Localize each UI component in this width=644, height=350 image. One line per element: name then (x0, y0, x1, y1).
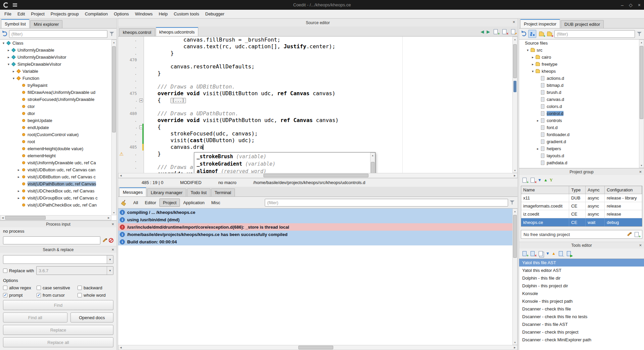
scroll-arrow-icon[interactable]: ◀ (118, 345, 123, 350)
filter-funnel-icon[interactable] (109, 32, 114, 36)
clear-messages-icon[interactable] (121, 200, 126, 205)
close-panel-icon[interactable]: × (512, 19, 515, 25)
tool-item[interactable]: Dolphin - this project dir (519, 282, 644, 290)
move-tool-up-icon[interactable]: ▲ (552, 251, 556, 255)
code-line[interactable]: . canvas.text(rc, udc.caption[], Justify… (118, 43, 512, 50)
category-all[interactable]: All (130, 198, 141, 207)
files-vscroll[interactable]: ▲▼ (639, 40, 644, 168)
scroll-arrow-icon[interactable]: ▶ (106, 216, 111, 220)
file-item[interactable]: pathdata.d (519, 159, 639, 166)
scroll-track[interactable] (123, 173, 512, 178)
symbol-item[interactable]: visit(UDPathCheckBox udc, ref Can (0, 201, 111, 209)
scroll-track[interactable] (513, 214, 517, 340)
close-panel-icon[interactable]: × (111, 247, 114, 252)
symbol-item[interactable]: ▸visit(UDBitButton udc, ref Canvas c (0, 173, 111, 180)
editor-vscroll[interactable]: ▲▼ (512, 37, 517, 173)
file-item[interactable]: font.d (519, 124, 639, 131)
completion-item[interactable]: _strokeBrush (variable) (195, 153, 370, 160)
symbol-item[interactable]: ▸UniformlyDrawable (0, 47, 111, 54)
checkbox-case-sensitive[interactable]: case sensitive (37, 285, 78, 290)
symbol-tree-hscroll[interactable]: ◀▶ (0, 215, 111, 220)
scroll-thumb[interactable] (263, 174, 368, 177)
menu-project[interactable]: Project (28, 10, 47, 18)
scroll-arrow-icon[interactable]: ▼ (513, 168, 517, 173)
add-free-project-icon[interactable]: + (634, 231, 640, 237)
refresh-icon[interactable] (522, 32, 526, 36)
remove-tool-icon[interactable]: × (530, 250, 536, 256)
code-line[interactable]: 485 canvas.dra (118, 144, 512, 151)
file-item[interactable]: bitmap.d (519, 82, 639, 89)
file-item[interactable]: ▾kheops (519, 68, 639, 75)
pencil-icon[interactable] (103, 239, 106, 242)
move-project-up-icon[interactable]: ▲ (544, 178, 548, 182)
messages-filter-input[interactable] (265, 199, 508, 207)
scroll-arrow-icon[interactable]: ▼ (513, 340, 517, 345)
close-panel-icon[interactable]: × (111, 221, 114, 227)
expand-icon[interactable]: ▸ (16, 168, 21, 172)
column-header-async[interactable]: Async (586, 186, 605, 194)
go-back-icon[interactable]: ◀ (481, 30, 484, 34)
scroll-thumb[interactable] (513, 44, 517, 78)
category-application[interactable]: Application (180, 198, 208, 207)
file-item[interactable]: brush.d (519, 89, 639, 96)
project-row[interactable]: iz.coeditCEasyncrelease (521, 210, 642, 218)
titlebar-menu-icon[interactable] (13, 5, 17, 5)
menu-help[interactable]: Help (156, 10, 171, 18)
symbol-item[interactable]: ctor (0, 103, 111, 110)
expand-icon[interactable]: ▸ (531, 62, 535, 66)
menu-projects-group[interactable]: Projects group (48, 10, 82, 18)
filter-funnel-icon[interactable] (510, 200, 514, 205)
file-item[interactable]: ▸helpers (519, 145, 639, 152)
collapse-icon[interactable]: ▾ (531, 69, 535, 73)
find-button[interactable]: Find (3, 300, 113, 310)
clone-tool-icon[interactable] (538, 250, 544, 256)
tab-messages[interactable]: Messages (119, 187, 146, 196)
checkbox-prompt[interactable]: ✓prompt (3, 293, 37, 298)
menu-file[interactable]: File (1, 10, 14, 18)
scroll-arrow-icon[interactable]: ▶ (512, 173, 517, 178)
scroll-arrow-icon[interactable]: ▲ (370, 153, 375, 158)
scroll-track[interactable] (513, 42, 517, 168)
file-item[interactable]: gradient.d (519, 138, 639, 145)
symbol-item[interactable]: ▸UniformlyDrawableVisitor (0, 54, 111, 61)
category-editor[interactable]: Editor (141, 198, 159, 207)
move-tool-down-icon[interactable]: ▼ (546, 251, 550, 255)
column-header-type[interactable]: Type (569, 186, 586, 194)
chevron-down-icon[interactable]: ▼ (107, 255, 113, 264)
opened-docs-button[interactable]: Opened docs (70, 312, 113, 323)
symbol-item[interactable]: fillDrawArea(UniformlyDrawable ud (0, 89, 111, 96)
symbol-item[interactable]: ▾Function (0, 75, 111, 82)
expand-icon[interactable]: ▸ (16, 189, 21, 193)
message-row[interactable]: iBuild duration: 00:00:04 (118, 238, 512, 245)
close-button[interactable]: × (638, 2, 641, 8)
code-line[interactable]: . canvas.fillBrush = _brushFont; (118, 37, 512, 43)
symbol-item[interactable]: endUpdate (0, 124, 111, 131)
scroll-arrow-icon[interactable]: ◀ (118, 173, 123, 178)
category-project[interactable]: Project (159, 198, 180, 207)
import-tool-icon[interactable]: → (558, 250, 564, 256)
symbol-item[interactable]: ▸visit(UDGroupBox udc, ref Canvas c (0, 194, 111, 201)
scroll-track[interactable] (112, 45, 116, 210)
refresh-icon[interactable] (2, 32, 7, 36)
code-line[interactable]: . visit(cast(UDButton) udc); (118, 137, 512, 144)
file-item[interactable]: ▸controls (519, 117, 639, 124)
symbol-item[interactable]: elementHeight (0, 152, 111, 159)
symbol-item[interactable]: ▾SimpleDrawableVisitor (0, 61, 111, 68)
scroll-arrow-icon[interactable]: ▶ (512, 345, 517, 350)
scroll-thumb[interactable] (640, 46, 643, 119)
code-line[interactable]: 480 /// Draws a UDPathButton. (118, 110, 512, 117)
remove-folder-icon[interactable]: × (546, 31, 552, 37)
scroll-arrow-icon[interactable]: ▲ (513, 37, 517, 42)
symbol-item[interactable]: ▸Variable (0, 68, 111, 75)
file-item[interactable]: fontloader.d (519, 131, 639, 138)
collapse-icon[interactable]: ▾ (1, 41, 6, 45)
symbol-item[interactable]: visit(UniformlyDrawable udc, ref Ca (0, 159, 111, 166)
completion-vscroll[interactable]: ▲▼ (370, 153, 375, 173)
symbol-item[interactable]: ▸visit(UDCheckBox udc, ref Canvas (0, 187, 111, 194)
tab-mini-explorer[interactable]: Mini explorer (30, 20, 62, 28)
expand-icon[interactable]: ▸ (6, 55, 11, 59)
scroll-arrow-icon[interactable]: ▲ (112, 40, 116, 45)
symbol-item[interactable]: tryRepaint (0, 82, 111, 89)
tool-item[interactable]: Yatol this file AST (519, 259, 644, 267)
symbol-item[interactable]: ▾Class (0, 40, 111, 47)
